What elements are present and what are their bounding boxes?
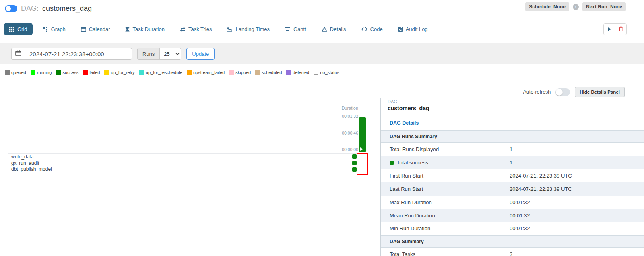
legend-item: skipped <box>229 70 251 75</box>
status-swatch <box>314 70 318 75</box>
section-header-dag-runs-summary: DAG Runs Summary <box>381 131 644 143</box>
row-value: 00:01:32 <box>510 209 644 222</box>
info-icon[interactable]: i <box>573 4 579 10</box>
tab-label: Landing Times <box>235 26 270 32</box>
duration-axis-label: Duration <box>341 106 358 111</box>
tab-task-duration[interactable]: Task Duration <box>120 23 169 35</box>
runs-group: Runs 25 <box>137 48 181 60</box>
legend-item: failed <box>83 70 100 75</box>
section-header-dag-summary: DAG Summary <box>381 236 644 248</box>
tab-graph[interactable]: Graph <box>37 23 71 35</box>
task-row-gx-run-audit[interactable]: gx_run_audit <box>8 160 366 166</box>
filter-bar: Runs 25 Update <box>0 43 644 64</box>
tab-audit-log[interactable]: Audit Log <box>393 23 433 35</box>
status-swatch <box>31 70 35 75</box>
row-value: 2024-07-21, 22:23:39 UTC <box>510 182 644 196</box>
row-value: 2024-07-21, 22:23:39 UTC <box>510 169 644 182</box>
details-panel: DAG customers_dag DAG Details DAG Runs S… <box>380 98 644 256</box>
table-row: Min Run Duration 00:01:32 <box>381 222 644 236</box>
dag-pause-toggle[interactable] <box>5 5 17 12</box>
row-label: First Run Start <box>381 169 510 182</box>
duration-tick: 00:01:32 <box>342 114 358 119</box>
toggle-knob <box>556 89 563 96</box>
dag-details-link[interactable]: DAG Details <box>381 115 644 130</box>
status-swatch <box>255 70 260 75</box>
row-label: Min Run Duration <box>381 222 510 236</box>
airflow-dag-page: DAG: customers_dag Schedule: None i Next… <box>0 0 644 256</box>
duration-tick: 00:00:46 <box>342 131 358 135</box>
task-row-dbt-publish-model[interactable]: dbt_publish_model <box>8 166 366 172</box>
run-caret-icon <box>360 147 363 151</box>
next-run-badge: Next Run: None <box>582 2 626 11</box>
auto-refresh-toggle[interactable] <box>555 88 570 96</box>
status-swatch <box>229 70 234 75</box>
runs-count-select[interactable]: 25 <box>160 48 181 59</box>
legend-item: upstream_failed <box>187 70 225 75</box>
hide-details-panel-button[interactable]: Hide Details Panel <box>575 87 625 97</box>
tab-gantt[interactable]: Gantt <box>280 23 312 35</box>
row-value: 00:01:32 <box>510 196 644 209</box>
tab-details[interactable]: Details <box>316 23 351 35</box>
runs-label: Runs <box>138 48 160 59</box>
panel-controls: Auto-refresh Hide Details Panel <box>523 87 625 97</box>
table-row: Mean Run Duration 00:01:32 <box>381 209 644 222</box>
grid-icon <box>9 27 14 32</box>
view-tabs: Grid Graph Calendar Task Duration Task T… <box>4 23 438 35</box>
task-status-square-dbt-publish-model[interactable] <box>352 167 357 172</box>
tab-label: Task Tries <box>188 26 212 32</box>
tab-label: Task Duration <box>132 26 164 32</box>
tab-code[interactable]: Code <box>356 23 388 35</box>
grid-chart: Duration 00:01:32 00:00:46 00:00:00 writ… <box>0 80 380 256</box>
legend-item: deferred <box>286 70 309 75</box>
dag-summary-table: DAG Runs Summary Total Runs Displayed 1 … <box>381 130 644 256</box>
table-row: Total success 1 <box>381 156 644 169</box>
legend-item: queued <box>5 70 26 75</box>
audit-log-icon <box>398 27 403 32</box>
task-name: write_data <box>8 154 33 160</box>
status-swatch <box>139 70 144 75</box>
duration-tick: 00:00:00 <box>342 147 358 152</box>
row-value: 00:01:32 <box>510 222 644 236</box>
tab-calendar[interactable]: Calendar <box>76 23 116 35</box>
status-swatch <box>286 70 291 75</box>
table-row: Total Tasks 3 <box>381 248 644 256</box>
task-status-square-gx-run-audit[interactable] <box>352 161 357 165</box>
legend-item: up_for_reschedule <box>139 70 182 75</box>
tab-task-tries[interactable]: Task Tries <box>175 23 217 35</box>
update-button[interactable]: Update <box>186 48 215 60</box>
task-row-write-data[interactable]: write_data <box>8 153 366 160</box>
delete-dag-button[interactable] <box>615 24 626 35</box>
table-row: Total Runs Displayed 1 <box>381 143 644 156</box>
repeat-icon <box>180 27 186 32</box>
auto-refresh-label: Auto-refresh <box>523 89 551 95</box>
table-row: Last Run Start 2024-07-21, 22:23:39 UTC <box>381 182 644 196</box>
plane-landing-icon <box>227 27 233 32</box>
tab-label: Graph <box>51 26 66 32</box>
details-triangle-icon <box>322 27 327 32</box>
gantt-icon <box>285 27 291 31</box>
trigger-dag-button[interactable] <box>604 24 615 35</box>
row-label: Total Tasks <box>381 248 510 256</box>
dag-action-buttons <box>603 23 627 35</box>
date-picker-button[interactable] <box>11 48 25 60</box>
calendar-icon <box>15 50 21 58</box>
trash-icon <box>619 26 623 33</box>
tab-label: Audit Log <box>406 26 428 32</box>
base-date-input[interactable] <box>25 48 132 60</box>
success-swatch <box>390 161 394 165</box>
tab-landing-times[interactable]: Landing Times <box>222 23 275 35</box>
graph-icon <box>43 27 48 32</box>
hourglass-icon <box>125 27 130 32</box>
legend-item: scheduled <box>255 70 282 75</box>
task-name: dbt_publish_model <box>8 166 52 172</box>
task-status-square-write-data[interactable] <box>352 154 357 159</box>
row-value: 3 <box>510 248 644 256</box>
dag-run-duration-bar[interactable] <box>359 117 366 152</box>
status-swatch <box>83 70 88 75</box>
tab-grid[interactable]: Grid <box>4 23 33 35</box>
tab-label: Gantt <box>293 26 306 32</box>
tab-label: Calendar <box>89 26 110 32</box>
table-row: Max Run Duration 00:01:32 <box>381 196 644 209</box>
task-name: gx_run_audit <box>8 160 39 166</box>
row-label: Last Run Start <box>381 182 510 196</box>
